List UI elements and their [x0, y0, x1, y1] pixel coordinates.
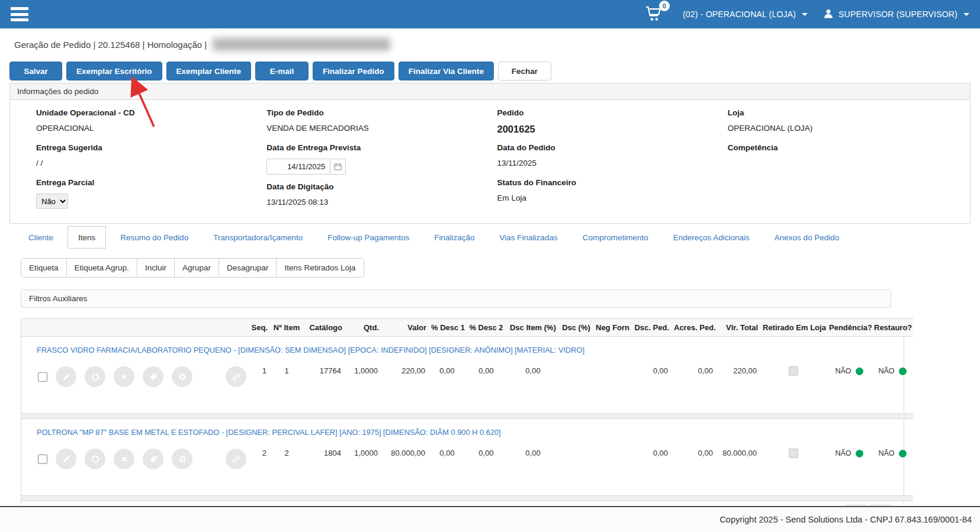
col-acres-ped: Acres. Ped. [671, 319, 716, 337]
cancel-icon[interactable] [114, 366, 134, 387]
tab-resumo-do-pedido[interactable]: Resumo do Pedido [110, 226, 199, 249]
row-select-checkbox[interactable] [38, 372, 47, 382]
status-dot-green [899, 450, 907, 457]
tab-finalizacao[interactable]: Finalização [423, 226, 485, 249]
cell-valor: 80.000,00 [381, 439, 429, 496]
tab-cliente[interactable]: Cliente [18, 226, 64, 249]
gear-icon[interactable] [172, 366, 192, 387]
entrega-sugerida-value: / / [36, 159, 266, 167]
status-restauro: NÃO [878, 367, 906, 375]
finalizar-pedido-button[interactable]: Finalizar Pedido [313, 62, 394, 80]
agrupar-button[interactable]: Agrupar [175, 259, 219, 277]
filtros-auxiliares-panel[interactable]: Filtros Auxiliares [21, 289, 891, 308]
incluir-button[interactable]: Incluir [137, 259, 175, 277]
unit-selector-dropdown[interactable]: (02) - OPERACIONAL (LOJA) [683, 9, 808, 19]
cell-perc-desc-1: 0,00 [429, 357, 465, 414]
cell-dsc-ped: 0,00 [630, 439, 671, 496]
status-financeiro-label: Status do Financeiro [497, 178, 728, 187]
item-description-row: FRASCO VIDRO FARMACIA/LABORATORIO PEQUEN… [21, 337, 913, 357]
tab-comprometimento[interactable]: Comprometimento [572, 226, 659, 249]
link-icon[interactable] [226, 366, 246, 387]
tab-transportadora-icamento[interactable]: Transportadora/Içamento [203, 226, 313, 249]
history-icon[interactable] [85, 449, 105, 469]
table-header-row: Seq. Nº Item Catálogo Qtd. Valor % Desc … [21, 319, 913, 337]
cell-n-item: 2 [270, 439, 303, 496]
cart-button[interactable]: 0 [645, 5, 667, 24]
unidade-value: OPERACIONAL [36, 124, 266, 133]
row-separator [21, 414, 913, 419]
col-restauro: Restauro? [872, 319, 913, 337]
pedido-label: Pedido [497, 108, 728, 117]
calendar-icon[interactable] [330, 159, 346, 175]
status-dot-green [856, 450, 863, 457]
exemplar-cliente-button[interactable]: Exemplar Cliente [166, 62, 252, 80]
etiqueta-button[interactable]: Etiqueta [21, 259, 67, 277]
cell-valor: 220,00 [381, 357, 429, 414]
link-icon[interactable] [226, 449, 246, 469]
redacted-client-name [213, 38, 390, 51]
cell-vlr-total: 80.000,00 [716, 439, 760, 496]
col-perc-desc-2: % Desc 2 [465, 319, 507, 337]
history-icon[interactable] [85, 366, 105, 387]
itens-retirados-loja-button[interactable]: Itens Retirados Loja [277, 259, 363, 277]
status-financeiro-value: Em Loja [497, 194, 728, 202]
data-pedido-label: Data do Pedido [497, 143, 728, 152]
user-icon [823, 8, 834, 21]
fechar-button[interactable]: Fechar [498, 62, 551, 80]
entrega-prevista-input[interactable] [266, 159, 330, 175]
entrega-prevista-label: Data de Entrega Prevista [266, 143, 497, 152]
retirado-em-loja-checkbox[interactable] [789, 449, 798, 458]
loja-label: Loja [728, 108, 958, 117]
status-pendencia: NÃO [835, 367, 863, 375]
status-restauro: NÃO [878, 449, 906, 457]
row-separator [21, 496, 913, 501]
entrega-sugerida-label: Entrega Sugerida [36, 143, 266, 152]
cell-dsc [559, 357, 593, 414]
tag-icon[interactable] [143, 366, 163, 387]
exemplar-escritorio-button[interactable]: Exemplar Escritório [66, 62, 162, 80]
tag-icon[interactable] [143, 449, 163, 469]
loja-value: OPERACIONAL (LOJA) [728, 124, 958, 133]
order-info-panel: Informações do pedido Unidade Operaciona… [9, 83, 971, 224]
table-row: 1 1 17764 1,0000 220,00 0,00 0,00 0,00 0… [21, 357, 913, 414]
etiqueta-agrup-button[interactable]: Etiqueta Agrup. [67, 259, 137, 277]
cart-count-badge: 0 [659, 1, 670, 11]
cell-perc-desc-1: 0,00 [429, 439, 465, 496]
tab-follow-up-pagamentos[interactable]: Follow-up Pagamentos [317, 226, 420, 249]
action-toolbar: Salvar Exemplar Escritório Exemplar Clie… [0, 57, 980, 80]
col-valor: Valor [381, 319, 429, 337]
col-dsc-item: Dsc Item (%) [507, 319, 559, 337]
edit-icon[interactable] [56, 449, 76, 469]
order-tabs: Cliente Itens Resumo do Pedido Transport… [0, 224, 980, 249]
col-controls [21, 319, 242, 337]
col-qtd: Qtd. [345, 319, 381, 337]
hamburger-menu-icon[interactable] [11, 7, 28, 21]
row-select-checkbox[interactable] [38, 454, 47, 464]
salvar-button[interactable]: Salvar [9, 62, 62, 80]
tab-itens[interactable]: Itens [68, 226, 106, 249]
tab-anexos-do-pedido[interactable]: Anexos do Pedido [764, 226, 850, 249]
col-seq: Seq. [242, 319, 270, 337]
tab-vias-finalizadas[interactable]: Vias Finalizadas [489, 226, 568, 249]
edit-icon[interactable] [56, 366, 76, 387]
email-button[interactable]: E-mail [255, 62, 309, 80]
finalizar-via-cliente-button[interactable]: Finalizar Via Cliente [399, 62, 494, 80]
gear-icon[interactable] [172, 449, 192, 469]
table-row: 2 2 1804 1,0000 80.000,00 0,00 0,00 0,00… [21, 439, 913, 496]
col-neg-forn: Neg Forn [593, 319, 630, 337]
desagrupar-button[interactable]: Desagrupar [219, 259, 277, 277]
tab-enderecos-adicionais[interactable]: Endereços Adicionais [663, 226, 760, 249]
entrega-parcial-label: Entrega Parcial [36, 178, 266, 187]
cell-dsc [559, 439, 593, 496]
col-retirado-em-loja: Retirado Em Loja? [760, 319, 827, 337]
cancel-icon[interactable] [114, 449, 134, 469]
filtros-auxiliares-title: Filtros Auxiliares [29, 294, 87, 303]
retirado-em-loja-checkbox[interactable] [789, 366, 798, 376]
cell-perc-desc-2: 0,00 [465, 357, 507, 414]
col-vlr-total: Vlr. Total [716, 319, 760, 337]
col-dsc: Dsc (%) [559, 319, 593, 337]
entrega-parcial-select[interactable]: Não [36, 194, 68, 209]
chevron-down-icon [963, 13, 969, 16]
user-menu-dropdown[interactable]: SUPERVISOR (SUPERVISOR) [823, 8, 969, 21]
tipo-pedido-value: VENDA DE MERCADORIAS [266, 124, 497, 133]
